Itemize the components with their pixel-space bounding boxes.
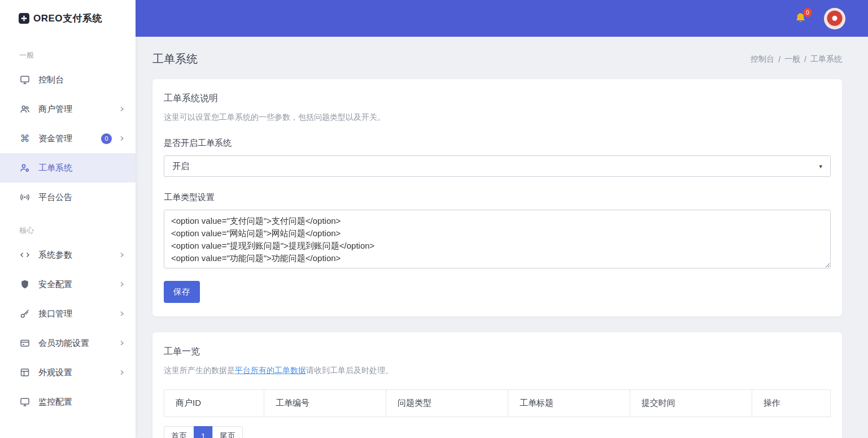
sidebar-item-announcements[interactable]: 平台公告 <box>0 183 136 212</box>
sidebar-item-label: 接口管理 <box>38 309 119 319</box>
sidebar-item-tickets[interactable]: 工单系统 <box>0 153 136 183</box>
pagination-last-button[interactable]: 尾页 <box>212 426 243 438</box>
chevron-right-icon <box>119 369 125 376</box>
chevron-right-icon <box>119 340 125 346</box>
breadcrumb-general[interactable]: 一般 <box>784 54 800 64</box>
sidebar-item-label: 监控配置 <box>38 397 125 407</box>
sidebar-section-general: 一般 <box>0 37 136 65</box>
tickets-table: 商户ID 工单编号 问题类型 工单标题 提交时间 操作 <box>164 389 831 417</box>
app-logo: OREO支付系统 <box>0 0 136 37</box>
broadcast-icon <box>19 192 30 202</box>
sidebar-section-core: 核心 <box>0 212 136 240</box>
main-area: 0 工单系统 控制台 / 一般 / 工单系统 工单系统说明 这里可以设置您工单系… <box>136 0 868 438</box>
breadcrumb: 控制台 / 一般 / 工单系统 <box>751 54 842 64</box>
users-icon <box>19 104 30 114</box>
funds-count-badge: 0 <box>101 133 112 144</box>
save-button[interactable]: 保存 <box>164 281 200 303</box>
command-icon: ⌘ <box>19 134 30 144</box>
code-icon <box>19 250 30 260</box>
breadcrumb-separator: / <box>778 55 780 64</box>
chevron-right-icon <box>119 251 125 258</box>
pagination: 首页 1 尾页 <box>164 426 243 438</box>
column-header-ticket-title: 工单标题 <box>508 390 630 417</box>
column-header-submit-time: 提交时间 <box>630 390 752 417</box>
tickets-table-header-row: 商户ID 工单编号 问题类型 工单标题 提交时间 操作 <box>164 390 831 417</box>
app-logo-icon <box>19 13 29 24</box>
chevron-right-icon <box>119 281 125 288</box>
settings-card-title: 工单系统说明 <box>164 93 831 105</box>
ticket-enable-select[interactable]: 开启 ▾ <box>164 155 831 177</box>
page-title: 工单系统 <box>152 51 198 67</box>
sidebar-item-appearance[interactable]: 外观设置 <box>0 358 136 387</box>
ticket-types-textarea[interactable]: <option value="支付问题">支付问题</option> <opti… <box>164 210 831 268</box>
sidebar-item-console[interactable]: 控制台 <box>0 65 136 94</box>
app-title: OREO支付系统 <box>33 12 102 25</box>
all-tickets-link[interactable]: 平台所有的工单数据 <box>235 366 306 375</box>
shield-icon <box>19 279 30 289</box>
chevron-right-icon <box>119 106 125 112</box>
sidebar-item-system-params[interactable]: 系统参数 <box>0 240 136 270</box>
monitor-icon <box>19 397 30 407</box>
sidebar-item-member-settings[interactable]: 会员功能设置 <box>0 328 136 358</box>
select-caret-icon: ▾ <box>819 163 822 170</box>
column-header-issue-type: 问题类型 <box>386 390 508 417</box>
column-header-ticket-no: 工单编号 <box>264 390 386 417</box>
card-icon <box>19 338 30 348</box>
sidebar-item-label: 控制台 <box>38 75 125 85</box>
sidebar-item-label: 会员功能设置 <box>38 338 119 349</box>
pagination-first-button[interactable]: 首页 <box>164 426 194 438</box>
column-header-actions: 操作 <box>752 390 830 417</box>
pagination-page-1-button[interactable]: 1 <box>194 426 213 438</box>
ticket-enable-label: 是否开启工单系统 <box>164 138 831 149</box>
ticket-enable-value: 开启 <box>172 161 189 172</box>
tickets-description-suffix: 请收到工单后及时处理。 <box>306 366 393 375</box>
ticket-list-card: 工单一览 这里所产生的数据是平台所有的工单数据请收到工单后及时处理。 商户ID … <box>152 332 842 438</box>
breadcrumb-console[interactable]: 控制台 <box>751 54 774 64</box>
breadcrumb-current: 工单系统 <box>810 54 842 64</box>
app-layout: OREO支付系统 一般 控制台 商户管理 ⌘ 资金管理 0 <box>0 0 868 438</box>
sidebar-item-security[interactable]: 安全配置 <box>0 270 136 299</box>
topbar: 0 <box>136 0 868 37</box>
sidebar: OREO支付系统 一般 控制台 商户管理 ⌘ 资金管理 0 <box>0 0 136 438</box>
tickets-description-prefix: 这里所产生的数据是 <box>164 366 235 375</box>
user-avatar[interactable] <box>824 8 845 29</box>
sidebar-item-label: 平台公告 <box>38 192 125 203</box>
ticket-types-label: 工单类型设置 <box>164 192 831 203</box>
sidebar-item-label: 系统参数 <box>38 250 119 261</box>
page-content: 工单系统 控制台 / 一般 / 工单系统 工单系统说明 这里可以设置您工单系统的… <box>136 37 868 438</box>
sidebar-item-label: 外观设置 <box>38 367 119 378</box>
sidebar-item-api[interactable]: 接口管理 <box>0 299 136 328</box>
sidebar-item-monitoring[interactable]: 监控配置 <box>0 387 136 417</box>
key-icon <box>19 309 30 319</box>
settings-card-description: 这里可以设置您工单系统的一些参数，包括问题类型以及开关。 <box>164 112 831 123</box>
layout-icon <box>19 367 30 378</box>
monitor-icon <box>19 75 30 85</box>
sidebar-item-label: 工单系统 <box>38 163 125 174</box>
notifications-button[interactable]: 0 <box>794 12 807 25</box>
sidebar-item-funds[interactable]: ⌘ 资金管理 0 <box>0 124 136 153</box>
user-gear-icon <box>19 163 30 173</box>
breadcrumb-separator: / <box>804 55 806 64</box>
sidebar-item-merchants[interactable]: 商户管理 <box>0 94 136 124</box>
notification-count-badge: 0 <box>803 8 812 17</box>
chevron-right-icon <box>119 135 125 142</box>
sidebar-item-label: 资金管理 <box>38 133 101 144</box>
ticket-settings-card: 工单系统说明 这里可以设置您工单系统的一些参数，包括问题类型以及开关。 是否开启… <box>152 79 842 316</box>
page-header: 工单系统 控制台 / 一般 / 工单系统 <box>152 51 842 67</box>
tickets-card-description: 这里所产生的数据是平台所有的工单数据请收到工单后及时处理。 <box>164 366 831 376</box>
tickets-card-title: 工单一览 <box>164 346 831 358</box>
sidebar-item-label: 商户管理 <box>38 104 119 115</box>
column-header-merchant-id: 商户ID <box>164 390 264 417</box>
chevron-right-icon <box>119 310 125 317</box>
sidebar-item-label: 安全配置 <box>38 279 119 290</box>
